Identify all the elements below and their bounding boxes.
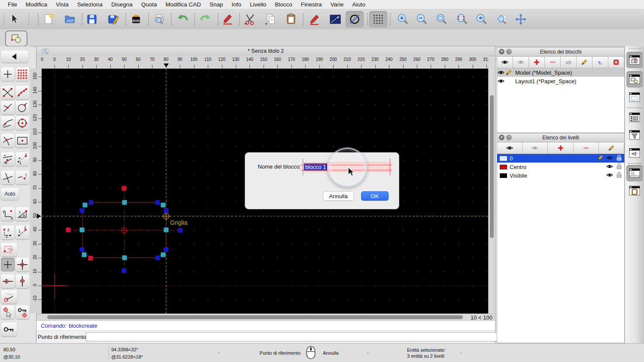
menu-blocco[interactable]: Blocco xyxy=(270,0,297,9)
angle-gauge[interactable] xyxy=(1,290,17,304)
zoom-out-icon[interactable] xyxy=(415,12,428,26)
snap-tangent[interactable] xyxy=(1,116,15,130)
layer-list-panel-toggle[interactable] xyxy=(626,71,643,87)
layers-add-button[interactable] xyxy=(548,142,573,154)
restrict-horizontal[interactable] xyxy=(1,275,15,288)
selection-tool-group-button[interactable] xyxy=(5,30,27,47)
menu-info[interactable]: Info xyxy=(228,0,246,9)
blocks-delete-button[interactable] xyxy=(608,57,624,68)
blocks-remove-button[interactable] xyxy=(545,57,561,68)
snap-auto-intersection[interactable] xyxy=(1,152,15,166)
lock-icon[interactable] xyxy=(616,163,623,171)
lock-relative-zero[interactable] xyxy=(1,323,17,336)
blocks-eye-off-button[interactable] xyxy=(513,57,529,68)
eye-icon[interactable] xyxy=(497,78,505,84)
lock-icon[interactable] xyxy=(616,154,623,163)
blocks-edit-button[interactable] xyxy=(577,57,592,68)
save-as-icon[interactable] xyxy=(106,12,120,26)
layer-color-swatch[interactable] xyxy=(500,173,507,178)
print-preview-icon[interactable] xyxy=(152,12,166,26)
property-editor-toggle[interactable] xyxy=(626,109,643,126)
snap-endpoints[interactable] xyxy=(1,86,15,100)
eye-icon[interactable] xyxy=(606,172,613,180)
undo-icon[interactable] xyxy=(176,12,190,26)
copy-icon[interactable]: + xyxy=(264,12,278,26)
layer-color-swatch[interactable] xyxy=(500,165,507,169)
pointer-tool-icon[interactable] xyxy=(7,12,21,26)
snap-grid[interactable] xyxy=(15,67,29,81)
restrict-nothing[interactable]: ! xyxy=(15,171,29,184)
new-document-icon[interactable] xyxy=(42,12,55,26)
menu-snap[interactable]: Snap xyxy=(205,0,228,9)
coord-polar[interactable]: ra xyxy=(15,207,29,221)
redo-icon[interactable] xyxy=(198,12,212,26)
open-file-icon[interactable] xyxy=(63,12,77,26)
blocks-import-button[interactable] xyxy=(592,57,608,68)
layers-remove-button[interactable] xyxy=(574,142,599,154)
cut-icon[interactable]: + xyxy=(243,12,257,26)
pencil-icon[interactable] xyxy=(597,154,604,163)
library-browser-toggle[interactable] xyxy=(626,89,643,106)
menu-seleziona[interactable]: Seleziona xyxy=(73,0,107,9)
eye-icon[interactable] xyxy=(497,69,505,76)
menu-modifica-cad[interactable]: Modifica CAD xyxy=(161,0,205,9)
close-icon[interactable]: ✕ xyxy=(499,49,504,54)
selection-filter-toggle[interactable] xyxy=(626,127,643,143)
layers-eye-button[interactable] xyxy=(497,142,522,154)
snap-reference[interactable] xyxy=(15,134,29,148)
auto-button[interactable]: Auto xyxy=(1,188,19,200)
snap-cursor[interactable] xyxy=(1,305,15,319)
blocks-add-button[interactable] xyxy=(529,57,545,68)
view-list-toggle[interactable] xyxy=(626,145,643,161)
layer-row[interactable]: Visibile xyxy=(497,171,624,180)
restrict-off[interactable] xyxy=(1,258,15,272)
menu-file[interactable]: File xyxy=(3,0,21,9)
ok-button[interactable]: OK xyxy=(361,191,389,201)
rel-polar[interactable]: 12 xyxy=(15,226,29,239)
line-tool-icon[interactable] xyxy=(328,12,342,26)
drawing-window-titlebar[interactable]: * Senza titolo 2 xyxy=(36,46,495,56)
zoom-window-icon[interactable] xyxy=(495,12,508,26)
horizontal-scroll-thumb[interactable] xyxy=(47,315,463,319)
snap-center[interactable] xyxy=(15,116,29,130)
blocks-eye-button[interactable] xyxy=(497,57,513,68)
snap-cross[interactable] xyxy=(1,171,15,184)
restrict-vertical[interactable] xyxy=(15,275,29,288)
eye-icon[interactable] xyxy=(606,163,613,171)
restrict-orthogonal[interactable] xyxy=(15,258,29,272)
eye-icon[interactable] xyxy=(606,154,613,163)
menu-quota[interactable]: Quota xyxy=(137,0,161,9)
clipboard-panel-toggle[interactable] xyxy=(626,183,643,199)
horizontal-scrollbar[interactable] xyxy=(42,314,471,321)
layer-color-swatch[interactable] xyxy=(500,156,507,161)
menu-aiuto[interactable]: Aiuto xyxy=(348,0,370,9)
menu-livello[interactable]: Livello xyxy=(246,0,270,9)
command-line-panel-toggle[interactable] xyxy=(626,165,643,181)
select-entity[interactable] xyxy=(1,243,17,256)
zoom-previous-icon[interactable] xyxy=(474,12,488,26)
menu-vista[interactable]: Vista xyxy=(52,0,73,9)
detach-icon[interactable]: ❐ xyxy=(506,135,512,140)
zoom-pan-icon[interactable] xyxy=(514,12,528,26)
grid-toggle-icon[interactable] xyxy=(371,12,385,26)
layer-row[interactable]: 0 xyxy=(497,154,624,163)
layer-row[interactable]: Centro xyxy=(497,163,624,171)
rel-zero-lock[interactable] xyxy=(15,305,29,319)
snap-circle[interactable] xyxy=(15,101,29,115)
zoom-in-icon[interactable] xyxy=(396,12,410,26)
vertical-scroll-thumb[interactable] xyxy=(490,95,494,238)
layers-edit-button[interactable] xyxy=(599,142,624,154)
menu-modifica[interactable]: Modifica xyxy=(21,0,52,9)
vertical-scrollbar[interactable] xyxy=(488,69,495,314)
detach-icon[interactable]: ❐ xyxy=(506,49,512,54)
ellipse-tool-icon[interactable] xyxy=(348,12,361,26)
block-row[interactable]: Model (*Model_Space) xyxy=(497,68,624,77)
coord-cartesian[interactable]: yx xyxy=(1,207,15,221)
snap-on-entity[interactable] xyxy=(15,86,29,100)
draw-pencil-icon[interactable] xyxy=(308,12,322,26)
menu-varie[interactable]: Varie xyxy=(326,0,348,9)
zoom-selection-icon[interactable] xyxy=(455,12,469,26)
rel-cartesian[interactable]: 12 xyxy=(1,226,15,239)
close-icon[interactable]: ✕ xyxy=(499,135,504,140)
menu-disegna[interactable]: Disegna xyxy=(107,0,137,9)
